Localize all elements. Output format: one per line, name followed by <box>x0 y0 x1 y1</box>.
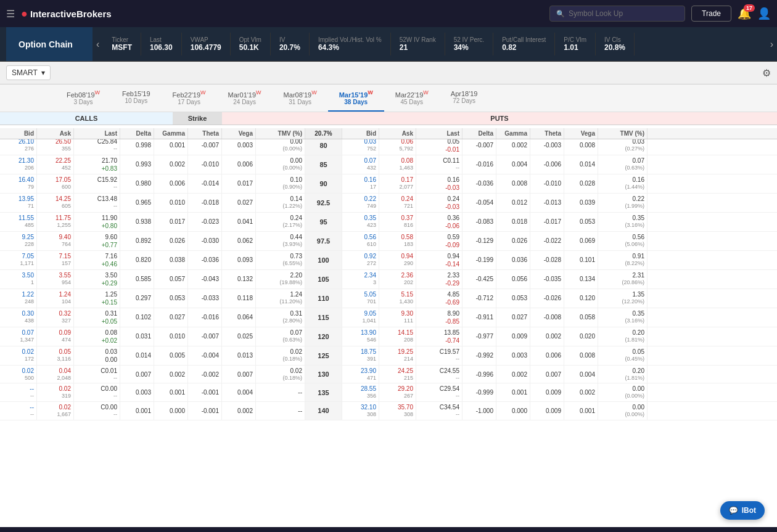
metric-item: Ticker MSFT <box>103 33 141 55</box>
table-row[interactable]: -- -- 0.02 319 C0.00 -- 0.003 0.001 -0.0… <box>0 383 777 402</box>
cell: 11.90 +0.80 <box>74 213 120 231</box>
cell: 0.039 <box>564 194 598 212</box>
cell: 0.056 <box>496 270 530 289</box>
table-row[interactable]: 11.55 485 11.75 1,255 11.90 +0.80 0.938 … <box>0 213 777 232</box>
metric-label: Ticker <box>112 36 132 43</box>
date-tab[interactable]: Feb08'19W 3 Days <box>56 84 111 112</box>
header-scroll-right[interactable]: › <box>767 27 777 61</box>
menu-icon[interactable]: ☰ <box>6 8 15 20</box>
search-box[interactable]: 🔍 <box>549 6 685 22</box>
cell: 21.70 +0.83 <box>74 155 120 174</box>
cell: 0.02 (0.18%) <box>256 346 305 365</box>
cell: C0.00 -- <box>74 402 120 420</box>
header-metrics: Ticker MSFTLast 106.30VWAP 106.4779Opt V… <box>103 27 766 61</box>
table-row[interactable]: 7.05 1,171 7.15 157 7.16 +0.46 0.820 0.0… <box>0 251 777 270</box>
cell: 0.001 <box>564 402 598 420</box>
date-tab[interactable]: Feb22'19W 17 Days <box>162 84 217 112</box>
date-tab[interactable]: Mar08'19W 31 Days <box>273 84 328 112</box>
cell: 13.85 -0.74 <box>416 327 462 346</box>
cell: 1.22 248 <box>0 289 37 308</box>
cell: 0.027 <box>222 194 256 212</box>
strike-cell: 110 <box>305 289 342 308</box>
table-row[interactable]: -- -- 0.02 1,667 C0.00 -- 0.001 0.000 -0… <box>0 402 777 420</box>
cell: -0.030 <box>188 232 222 250</box>
notification-bell[interactable]: 🔔 17 <box>738 7 751 20</box>
cell: -0.129 <box>462 232 496 250</box>
cell: 0.014 <box>564 155 598 174</box>
logo: ● InteractiveBrokers <box>21 7 112 20</box>
cell: 0.102 <box>120 308 154 327</box>
filter-icon[interactable]: ⚙ <box>762 67 771 79</box>
table-row[interactable]: 3.50 1 3.55 954 3.50 +0.29 0.585 0.057 -… <box>0 270 777 289</box>
cell: 3.50 +0.29 <box>74 270 120 289</box>
table-container[interactable]: CALLS Strike PUTS BidAskLastDeltaGammaTh… <box>0 112 777 527</box>
col-header-calls: Gamma <box>154 128 188 139</box>
metric-value: 20.7% <box>279 43 300 52</box>
cell: 0.35 (3.16%) <box>598 308 648 327</box>
strike-cell: 97.5 <box>305 232 342 250</box>
table-row[interactable]: 0.07 1,347 0.09 474 0.08 +0.02 0.031 0.0… <box>0 327 777 346</box>
table-row[interactable]: 0.02 500 0.04 2,048 C0.01 -- 0.007 0.002… <box>0 366 777 384</box>
cell: 0.16 -0.03 <box>416 174 462 193</box>
header-scroll-left[interactable]: ‹ <box>92 27 103 61</box>
date-tab[interactable]: Mar22'19W 45 Days <box>384 84 440 112</box>
cell: 0.94 290 <box>379 251 416 269</box>
trade-button[interactable]: Trade <box>691 6 731 22</box>
cell: -- <box>256 383 305 401</box>
cell: 0.10 (0.90%) <box>256 174 305 193</box>
metric-item: 52 IV Perc. 34% <box>445 33 493 55</box>
date-tab-days: 31 Days <box>289 99 311 105</box>
col-header-puts: Theta <box>530 128 564 139</box>
date-tab[interactable]: Mar01'19W 24 Days <box>217 84 273 112</box>
date-tab-name: Feb22'19W <box>173 89 206 99</box>
cell: -0.712 <box>462 289 496 308</box>
strike-cell: 125 <box>305 346 342 365</box>
toolbar: SMART ▾ ⚙ <box>0 62 777 84</box>
metric-value: MSFT <box>112 43 132 52</box>
section-puts-label: PUTS <box>222 112 777 125</box>
user-avatar[interactable]: 👤 <box>757 7 771 20</box>
cell: -- -- <box>0 383 37 401</box>
cell: 19.25 214 <box>379 346 416 365</box>
table-row[interactable]: 0.30 438 0.32 327 0.31 +0.05 0.102 0.027… <box>0 308 777 327</box>
cell: 0.028 <box>564 174 598 193</box>
cell: 0.064 <box>222 308 256 327</box>
cell: 0.24 (2.17%) <box>256 213 305 231</box>
date-tab[interactable]: Mar15'19W 38 Days <box>328 84 384 112</box>
table-row[interactable]: 16.40 79 17.05 600 C15.92 -- 0.980 0.006… <box>0 174 777 194</box>
table-row[interactable]: 13.95 71 14.25 605 C13.48 -- 0.965 0.010… <box>0 194 777 213</box>
cell: 0.101 <box>564 251 598 269</box>
date-tab[interactable]: Feb15'19 10 Days <box>111 85 162 110</box>
table-row[interactable]: 0.02 172 0.05 3,116 0.03 0.00 0.014 0.00… <box>0 346 777 366</box>
cell: 0.02 172 <box>0 346 37 365</box>
logo-text: InteractiveBrokers <box>30 9 112 19</box>
cell: 1.24 104 <box>37 289 74 308</box>
col-header-calls: Last <box>74 128 120 139</box>
metric-label: Last <box>150 36 173 43</box>
ibot-button[interactable]: 💬 IBot <box>720 501 765 520</box>
cell: 0.000 <box>496 402 530 420</box>
cell: 0.07 432 <box>342 155 379 174</box>
cell: 0.94 -0.14 <box>416 251 462 269</box>
cell: 0.008 <box>496 174 530 193</box>
search-input[interactable] <box>569 9 678 18</box>
cell: 0.20 (1.81%) <box>598 366 648 383</box>
cell: 7.15 157 <box>37 251 74 269</box>
cell: 17.05 600 <box>37 174 74 193</box>
smart-dropdown[interactable]: SMART ▾ <box>6 65 51 80</box>
table-row[interactable]: 9.25 228 9.40 764 9.60 +0.77 0.892 0.026… <box>0 232 777 251</box>
cell: 0.892 <box>120 232 154 250</box>
metric-value: 34% <box>454 43 484 52</box>
table-row[interactable]: 21.30 206 22.25 452 21.70 +0.83 0.993 0.… <box>0 155 777 174</box>
cell: 0.026 <box>154 232 188 250</box>
cell: 0.006 <box>154 174 188 193</box>
date-tab[interactable]: Apr18'19 72 Days <box>440 85 489 110</box>
metric-label: IV Cls <box>604 36 625 43</box>
cell: 0.35 (3.16%) <box>598 213 648 231</box>
section-calls-label: CALLS <box>0 112 173 125</box>
cell: -0.010 <box>188 155 222 174</box>
cell: 0.002 <box>530 327 564 346</box>
section-strike-label: Strike <box>173 112 222 125</box>
date-tab-days: 17 Days <box>178 99 200 105</box>
table-row[interactable]: 1.22 248 1.24 104 1.25 +0.15 0.297 0.053… <box>0 289 777 308</box>
